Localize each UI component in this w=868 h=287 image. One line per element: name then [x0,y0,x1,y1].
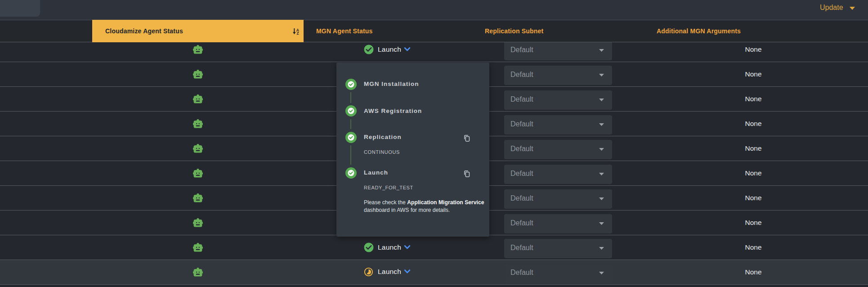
svg-text:Z: Z [297,31,299,35]
